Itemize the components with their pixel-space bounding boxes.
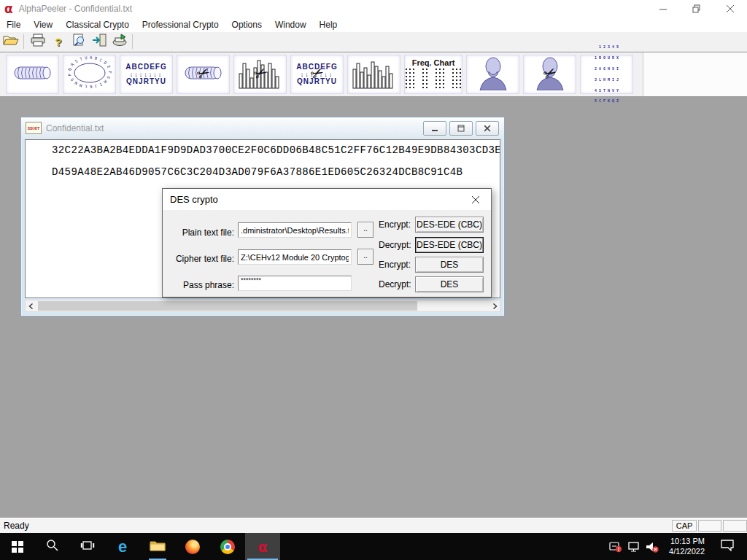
restore-button[interactable]	[680, 0, 713, 18]
printer-icon	[30, 34, 46, 50]
plain-text-browse-button[interactable]: ..	[357, 222, 374, 238]
document-icon: SSUET	[26, 122, 42, 134]
dialog-title: DES crypto	[170, 194, 218, 205]
clock-time: 10:13 PM	[659, 536, 705, 546]
ciphertext-line: D459A48E2AB46D9057C6C3C204D3AD079F6A3788…	[52, 166, 462, 178]
exit-button[interactable]	[90, 34, 109, 50]
dialog-close-button[interactable]	[465, 192, 487, 208]
child-close-button[interactable]	[476, 121, 499, 136]
alphapeeler-icon: α	[258, 539, 267, 555]
plain-text-file-label: Plain text file:	[167, 228, 234, 238]
chrome-icon	[220, 540, 235, 554]
scroll-left-arrow[interactable]	[26, 300, 36, 311]
num-lock-indicator	[698, 520, 721, 532]
freq-chart-label: Freq. Chart	[412, 58, 455, 67]
menu-options[interactable]: Options	[225, 20, 268, 30]
scytale-crack-button[interactable]: ✂	[177, 55, 230, 94]
horizontal-scrollbar[interactable]	[25, 300, 500, 312]
task-view-button[interactable]	[70, 533, 105, 560]
action-center-tray-icon[interactable]	[607, 533, 624, 560]
substitution-button[interactable]: ABCDEFG ↓↓↓↓↓↓↓ QNJRTYU	[120, 55, 173, 94]
close-button[interactable]	[713, 0, 747, 18]
network-tray-icon[interactable]	[626, 533, 643, 560]
windows-taskbar: e α 10:13 PM 4/12/2022	[0, 533, 747, 560]
scytale-cylinder-icon	[12, 61, 54, 88]
print-preview-button[interactable]	[69, 34, 88, 50]
chrome-button[interactable]	[210, 533, 245, 560]
freq-chart-button[interactable]: Freq. Chart	[404, 55, 462, 94]
child-title-bar[interactable]: SSUET Confidential.txt	[21, 117, 504, 139]
menu-window[interactable]: Window	[268, 20, 313, 30]
encrypt-des-button[interactable]: DES	[415, 257, 484, 273]
menu-view[interactable]: View	[27, 20, 59, 30]
substitution-cipher-letters: QNJRTYU	[125, 78, 166, 85]
scroll-right-arrow[interactable]	[489, 300, 500, 311]
caps-lock-indicator: CAP	[672, 520, 697, 532]
window-title: AlphaPeeler - Confidential.txt	[19, 4, 132, 14]
toolbar-separator	[23, 34, 24, 49]
minimize-button[interactable]	[646, 0, 680, 18]
alphapeeler-taskbar-button[interactable]: α	[245, 533, 280, 560]
alphapeeler-logo-icon: α	[4, 3, 13, 15]
cipher-text-file-input[interactable]	[238, 249, 352, 265]
search-button[interactable]	[35, 533, 70, 560]
polybius-square-button[interactable]: 1 2 3 4 5 1 B O U R X 2 A G H X I 3 L H …	[580, 55, 633, 94]
crypto-toolbar: A B C D E F G H I J K L M N O P Q R S T …	[0, 52, 747, 97]
portrait-icon	[475, 55, 511, 93]
svg-text:A B C D E F G H I J K L M N O: A B C D E F G H I J K L M N O P Q R S T …	[67, 55, 112, 89]
crypto-toolbar-band: A B C D E F G H I J K L M N O P Q R S T …	[0, 52, 643, 96]
child-minimize-button[interactable]	[423, 121, 446, 136]
taskbar-clock[interactable]: 10:13 PM 4/12/2022	[659, 536, 705, 556]
file-explorer-button[interactable]	[140, 533, 175, 560]
menu-bar: File View Classical Crypto Professional …	[0, 18, 747, 32]
menu-professional-crypto[interactable]: Professional Crypto	[136, 20, 225, 30]
scrollbar-thumb[interactable]	[38, 301, 417, 311]
scroll-lock-indicator	[723, 520, 747, 532]
toolbar-separator	[132, 34, 133, 49]
notification-bubble-icon	[720, 539, 735, 554]
menu-file[interactable]: File	[0, 20, 27, 30]
internet-explorer-button[interactable]: e	[105, 533, 140, 560]
vigenere-button[interactable]	[466, 55, 519, 94]
plain-text-file-input[interactable]	[238, 222, 352, 238]
vigenere-crack-button[interactable]: ✂	[523, 55, 576, 94]
scytale-button[interactable]	[6, 55, 59, 94]
print-setup-icon	[112, 34, 128, 50]
notification-center-button[interactable]	[716, 533, 738, 560]
exit-door-icon	[91, 34, 107, 50]
firefox-button[interactable]	[175, 533, 210, 560]
print-button[interactable]	[28, 34, 47, 50]
about-button[interactable]: ?	[49, 34, 68, 50]
alphabet-disc-icon: A B C D E F G H I J K L M N O P Q R S T …	[67, 55, 112, 93]
dotted-bars-icon	[406, 69, 461, 90]
task-view-icon	[80, 540, 95, 554]
substitution-crack-button[interactable]: ABCDEFG ↓↓↓↓↓↓↓ QNJRTYU ✂	[290, 55, 344, 94]
letter-grid-icon: 1 2 3 4 5 1 B O U R X 2 A G H X I 3 L H …	[595, 38, 619, 110]
pass-phrase-input[interactable]	[238, 276, 352, 291]
encrypt-des-ede-cbc-button[interactable]: DES-EDE (CBC)	[415, 217, 484, 233]
clock-date: 4/12/2022	[659, 546, 705, 556]
magnifier-page-icon	[71, 34, 86, 50]
alphabet-disc-button[interactable]: A B C D E F G H I J K L M N O P Q R S T …	[63, 55, 116, 94]
firefox-icon	[185, 540, 200, 554]
status-message: Ready	[4, 521, 29, 531]
open-file-button[interactable]	[1, 34, 20, 50]
des-crypto-dialog: DES crypto Plain text file: .. Cipher te…	[162, 188, 492, 298]
cipher-text-file-label: Cipher text file:	[167, 254, 234, 264]
pass-phrase-label: Pass phrase:	[167, 280, 234, 290]
dialog-title-bar[interactable]: DES crypto	[163, 189, 491, 210]
file-explorer-icon	[150, 539, 166, 554]
histogram-button[interactable]	[347, 55, 400, 94]
volume-muted-tray-icon[interactable]	[643, 533, 661, 560]
decrypt-des-ede-cbc-button[interactable]: DES-EDE (CBC)	[415, 237, 484, 253]
decrypt-des-button[interactable]: DES	[415, 276, 484, 292]
standard-toolbar: ?	[0, 32, 747, 52]
internet-explorer-icon: e	[118, 537, 127, 556]
menu-help[interactable]: Help	[313, 20, 344, 30]
frequency-crack-button[interactable]: ✂	[233, 55, 287, 94]
child-restore-button[interactable]	[449, 121, 473, 136]
menu-classical-crypto[interactable]: Classical Crypto	[59, 20, 136, 30]
print-setup-button[interactable]	[110, 34, 129, 50]
start-button[interactable]	[0, 533, 35, 560]
cipher-text-browse-button[interactable]: ..	[357, 249, 374, 265]
